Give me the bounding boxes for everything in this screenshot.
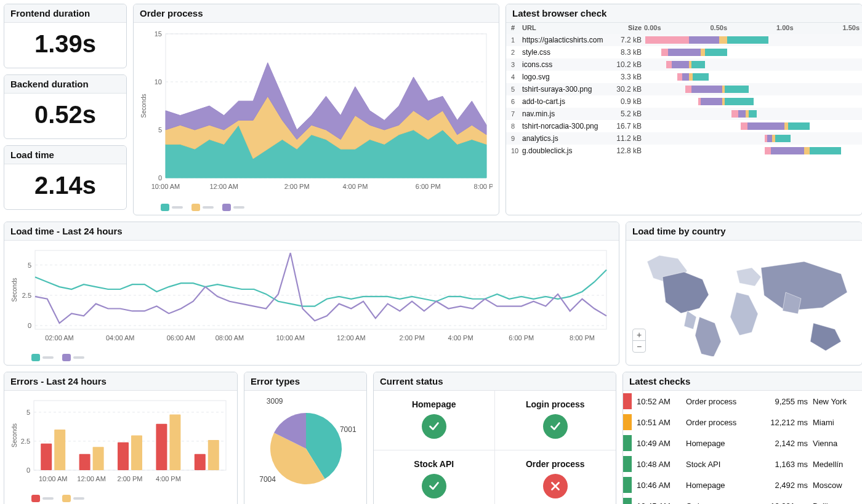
check-name: Homepage [686,439,754,448]
check-circle-icon [422,474,446,498]
waterfall-row[interactable]: 6 add-to-cart.js 0.9 kB [506,95,862,108]
waterfall-row[interactable]: 2 style.css 8.3 kB [506,46,862,58]
order-process-card: Order process 051015Seconds10:00 AM12:00… [133,4,499,215]
check-time: 10:46 AM [637,481,681,490]
legend-item[interactable] [31,495,54,502]
check-location: Miami [813,418,860,427]
row-timeline [645,48,857,57]
svg-text:12:00 AM: 12:00 AM [209,183,238,190]
row-url: tshirt-suraya-300.png [522,85,614,94]
check-location: Vienna [813,439,860,448]
row-timeline [645,122,857,130]
errors-24h-card: Errors - Last 24 hours 02.55Seconds10:00… [4,372,238,504]
svg-text:15: 15 [155,30,162,38]
row-index: 3 [511,61,522,68]
status-name: Login process [500,399,611,409]
row-size: 5.2 kB [614,110,645,118]
pie-slice-label: 7001 [340,425,356,434]
waterfall-row[interactable]: 7 nav.min.js 5.2 kB [506,108,862,120]
svg-rect-43 [54,430,65,470]
errors-24h-chart: 02.55Seconds10:00 AM12:00 AM2:00 PM4:00 … [9,396,231,485]
svg-text:10:00 AM: 10:00 AM [276,334,304,342]
row-url: nav.min.js [522,110,614,118]
row-timeline [645,110,857,118]
svg-rect-51 [156,424,167,470]
col-size: Size [614,24,645,33]
svg-text:2:00 PM: 2:00 PM [118,475,143,482]
metric-card: Load time 2.14s [4,145,127,210]
row-url: logo.svg [522,73,614,81]
legend-item[interactable] [31,354,54,361]
check-name: Order process [686,502,754,505]
check-location: Moscow [813,481,860,490]
svg-rect-46 [93,447,104,470]
row-url: add-to-cart.js [522,97,614,106]
map-zoom-control: + − [632,329,646,353]
legend-item[interactable] [161,204,183,211]
check-row[interactable]: 10:46 AM Homepage 2,492 ms Moscow [623,474,862,495]
waterfall-row[interactable]: 9 analytics.js 11.2 kB [506,132,862,145]
check-name: Stock API [686,460,754,469]
check-row[interactable]: 10:52 AM Order process 9,255 ms New York [623,391,862,412]
svg-text:4:00 PM: 4:00 PM [448,334,473,342]
check-row[interactable]: 10:49 AM Homepage 2,142 ms Vienna [623,433,862,454]
load-24h-chart: 02.55Seconds02:00 AM04:00 AM06:00 AM08:0… [9,246,613,344]
svg-text:0: 0 [28,322,31,329]
svg-text:2.5: 2.5 [22,292,31,299]
svg-text:4:00 PM: 4:00 PM [342,183,368,190]
legend-item[interactable] [62,354,84,361]
metric-label: Load time [4,146,126,164]
waterfall-row[interactable]: 1 https://galacticshirts.com 7.2 kB [506,34,862,46]
row-size: 12.8 kB [614,146,645,155]
row-timeline [645,134,857,143]
check-location: Beijing [813,502,860,505]
check-row[interactable]: 10:45 AM Order process 10,021 ms Beijing [623,495,862,504]
row-size: 0.9 kB [614,97,645,106]
status-color-icon [623,456,632,472]
card-title: Load time - Last 24 hours [4,222,619,241]
legend-item[interactable] [62,495,84,502]
check-row[interactable]: 10:51 AM Order process 12,212 ms Miami [623,412,862,433]
row-index: 10 [511,147,522,154]
pie-slice-label: 3009 [267,397,283,406]
error-types-card: Error types 700170043009 [244,372,367,504]
svg-text:5: 5 [28,262,31,269]
row-index: 9 [511,135,522,142]
metric-value: 0.52s [4,94,126,138]
svg-rect-48 [118,442,129,470]
row-url: analytics.js [522,134,614,143]
svg-text:10:00 AM: 10:00 AM [151,183,180,190]
check-row[interactable]: 10:48 AM Stock API 1,163 ms Medellín [623,454,862,474]
row-index: 4 [511,73,522,81]
zoom-in-button[interactable]: + [633,329,645,341]
pie-slice-label: 7004 [259,475,276,484]
metric-label: Frontend duration [4,4,126,23]
card-title: Latest browser check [506,4,862,23]
metric-label: Backend duration [4,75,126,94]
svg-text:2.5: 2.5 [21,438,30,445]
waterfall-row[interactable]: 3 icons.css 10.2 kB [506,58,862,71]
check-duration: 2,142 ms [759,439,808,448]
row-url: icons.css [522,60,614,69]
metric-card: Backend duration 0.52s [4,74,127,139]
svg-text:12:00 AM: 12:00 AM [337,334,365,342]
row-url: https://galacticshirts.com [522,36,614,44]
svg-text:02:00 AM: 02:00 AM [45,334,73,342]
waterfall-row[interactable]: 4 logo.svg 3.3 kB [506,71,862,83]
waterfall-row[interactable]: 5 tshirt-suraya-300.png 30.2 kB [506,83,862,95]
status-name: Order process [500,459,611,469]
check-time: 10:48 AM [637,460,681,469]
svg-text:8:00 PM: 8:00 PM [570,334,595,342]
check-duration: 10,021 ms [759,502,808,505]
card-title: Latest checks [623,372,862,391]
legend-item[interactable] [191,204,214,211]
waterfall-row[interactable]: 10 g.doubleclick.js 12.8 kB [506,145,862,157]
card-title: Current status [374,372,616,391]
legend-item[interactable] [222,204,244,211]
check-name: Order process [686,397,754,406]
zoom-out-button[interactable]: − [633,341,645,352]
svg-text:6:00 PM: 6:00 PM [416,183,441,190]
status-color-icon [623,435,632,451]
metric-value: 2.14s [4,164,126,209]
waterfall-row[interactable]: 8 tshirt-norcadia-300.png 16.7 kB [506,120,862,132]
